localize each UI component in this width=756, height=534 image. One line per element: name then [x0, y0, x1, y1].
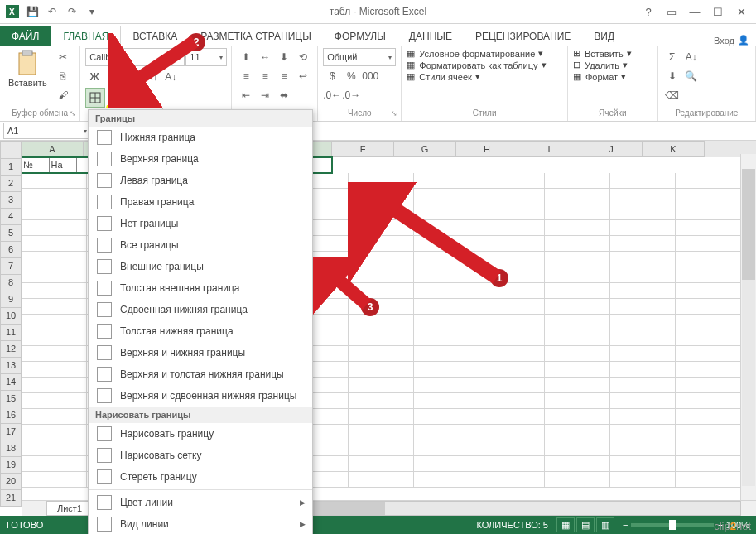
- cell[interactable]: [479, 472, 545, 488]
- cell[interactable]: [610, 330, 676, 346]
- row-header[interactable]: 4: [0, 209, 22, 225]
- cell[interactable]: [22, 362, 87, 378]
- cell[interactable]: [349, 173, 414, 189]
- row-header[interactable]: 19: [0, 457, 22, 474]
- border-menu-item[interactable]: Правая граница: [89, 191, 312, 213]
- cell[interactable]: [349, 189, 414, 204]
- cell[interactable]: [676, 299, 741, 315]
- column-header[interactable]: G: [394, 141, 456, 157]
- cell[interactable]: [545, 362, 610, 378]
- border-menu-item[interactable]: Нижняя граница: [89, 127, 312, 148]
- format-cells-button[interactable]: ▦ Формат ▾: [573, 71, 626, 82]
- cell[interactable]: [545, 378, 610, 393]
- border-menu-item[interactable]: Левая граница: [89, 170, 312, 191]
- cell[interactable]: [479, 252, 545, 267]
- cell[interactable]: [22, 299, 87, 315]
- row-header[interactable]: 7: [0, 258, 22, 275]
- cell[interactable]: [414, 189, 479, 204]
- cell[interactable]: [414, 393, 479, 409]
- column-header[interactable]: K: [643, 141, 705, 157]
- cell[interactable]: [610, 346, 676, 362]
- cell[interactable]: [545, 299, 610, 315]
- cell[interactable]: [22, 189, 87, 204]
- border-menu-item[interactable]: Верхняя и сдвоенная нижняя границы: [89, 385, 312, 407]
- cell[interactable]: [610, 440, 676, 456]
- cell[interactable]: [610, 267, 676, 283]
- cell[interactable]: [22, 283, 87, 299]
- cell[interactable]: [349, 252, 414, 267]
- cell[interactable]: [479, 236, 545, 252]
- cell[interactable]: [676, 252, 741, 267]
- cell[interactable]: [676, 173, 741, 189]
- orientation-icon[interactable]: ⟲: [294, 48, 312, 66]
- cell[interactable]: [414, 173, 479, 189]
- cell[interactable]: [545, 456, 610, 472]
- cell[interactable]: [545, 315, 610, 330]
- column-header[interactable]: F: [332, 141, 394, 157]
- cell[interactable]: [676, 362, 741, 378]
- fill-icon[interactable]: ⬇: [663, 67, 681, 85]
- tab-page-layout[interactable]: РАЗМЕТКА СТРАНИЦЫ: [189, 26, 323, 46]
- cell[interactable]: [349, 236, 414, 252]
- border-menu-item[interactable]: Цвет линии▶: [89, 492, 312, 513]
- cell[interactable]: [479, 393, 545, 409]
- cell[interactable]: [22, 393, 87, 409]
- cell[interactable]: [676, 267, 741, 283]
- align-right-icon[interactable]: ≡: [275, 67, 293, 85]
- border-menu-item[interactable]: Все границы: [89, 234, 312, 256]
- cell[interactable]: [545, 173, 610, 189]
- cell[interactable]: [545, 189, 610, 204]
- column-header[interactable]: I: [518, 141, 580, 157]
- font-color-button[interactable]: A: [125, 88, 143, 108]
- cell[interactable]: [610, 283, 676, 299]
- tab-file[interactable]: ФАЙЛ: [0, 26, 51, 46]
- format-painter-icon[interactable]: 🖌: [54, 86, 72, 104]
- border-menu-item[interactable]: Нет границы: [89, 213, 312, 234]
- ribbon-options-icon[interactable]: ▭: [662, 2, 681, 21]
- row-header[interactable]: 3: [0, 192, 22, 209]
- cell[interactable]: [676, 378, 741, 393]
- cut-icon[interactable]: ✂: [54, 48, 72, 66]
- cell[interactable]: [610, 472, 676, 488]
- border-menu-item[interactable]: Стереть границу: [89, 466, 312, 488]
- cell[interactable]: [545, 346, 610, 362]
- decrease-decimal-icon[interactable]: .0→: [342, 86, 360, 104]
- cell[interactable]: [676, 425, 741, 440]
- column-header[interactable]: A: [22, 141, 84, 157]
- cell[interactable]: [414, 267, 479, 283]
- cell[interactable]: [545, 425, 610, 440]
- cell[interactable]: [414, 204, 479, 220]
- cell[interactable]: [414, 330, 479, 346]
- align-middle-icon[interactable]: ↔: [256, 48, 274, 66]
- number-format-combo[interactable]: Общий▾: [323, 48, 396, 66]
- cell[interactable]: [414, 378, 479, 393]
- cell[interactable]: [22, 315, 87, 330]
- minimize-icon[interactable]: —: [685, 2, 705, 21]
- cell[interactable]: [479, 299, 545, 315]
- cell[interactable]: [676, 283, 741, 299]
- cell[interactable]: [545, 236, 610, 252]
- cell[interactable]: [349, 204, 414, 220]
- percent-icon[interactable]: %: [342, 67, 360, 85]
- border-menu-item[interactable]: Верхняя и толстая нижняя границы: [89, 363, 312, 385]
- increase-font-icon[interactable]: A↑: [142, 68, 161, 86]
- cell[interactable]: [414, 283, 479, 299]
- cell[interactable]: [610, 393, 676, 409]
- cell[interactable]: [610, 220, 676, 236]
- cell[interactable]: [479, 346, 545, 362]
- cell[interactable]: [676, 440, 741, 456]
- cell[interactable]: [676, 330, 741, 346]
- border-menu-item[interactable]: Нарисовать границу: [89, 423, 312, 445]
- tab-home[interactable]: ГЛАВНАЯ: [51, 26, 121, 46]
- border-menu-item[interactable]: Внешние границы: [89, 256, 312, 277]
- sheet-tab[interactable]: Лист1: [46, 501, 93, 516]
- maximize-icon[interactable]: ☐: [708, 2, 728, 21]
- cell[interactable]: [545, 283, 610, 299]
- cell[interactable]: [676, 204, 741, 220]
- cell[interactable]: [22, 378, 87, 393]
- align-top-icon[interactable]: ⬆: [237, 48, 255, 66]
- cell[interactable]: [545, 204, 610, 220]
- number-launcher-icon[interactable]: ⤡: [389, 109, 399, 119]
- row-header[interactable]: 5: [0, 225, 22, 242]
- undo-icon[interactable]: ↶: [45, 4, 60, 19]
